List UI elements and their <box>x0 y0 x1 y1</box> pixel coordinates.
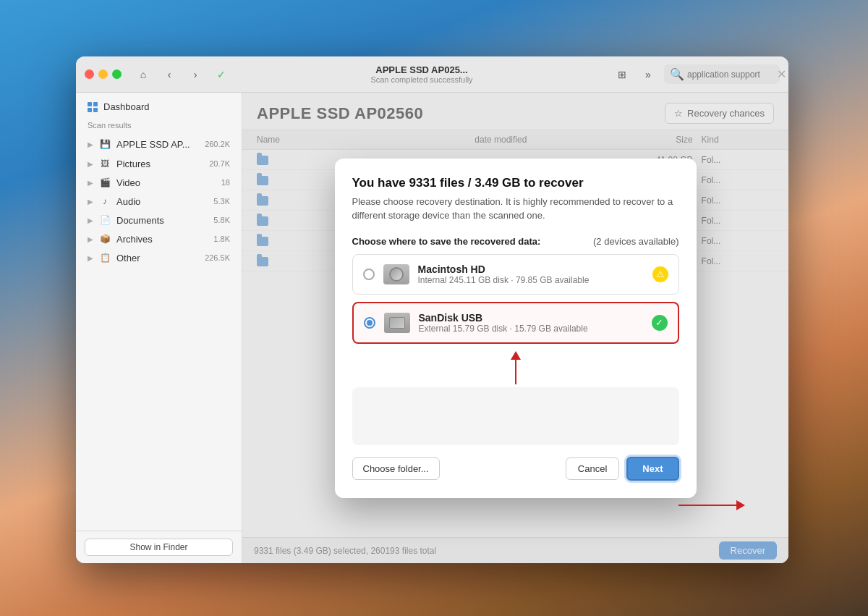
sidebar-item-audio[interactable]: ▶ ♪ Audio 5.3K <box>76 192 242 211</box>
sidebar-item-count-pictures: 20.7K <box>209 159 230 168</box>
sandisk-usb-info: SanDisk USB External 15.79 GB disk · 15.… <box>419 312 643 334</box>
window-subtitle: Scan completed successfully <box>370 75 472 84</box>
close-button[interactable] <box>85 69 94 79</box>
search-bar[interactable]: 🔍 ✕ <box>664 64 780 84</box>
macintosh-hd-icon <box>383 264 409 284</box>
archives-icon: 📦 <box>99 233 111 245</box>
sidebar-item-pictures[interactable]: ▶ 🖼 Pictures 20.7K <box>76 154 242 173</box>
arrow-right-head <box>736 500 745 510</box>
search-icon: 🔍 <box>670 67 684 81</box>
sidebar-item-count-audio: 5.3K <box>213 197 230 206</box>
window-title: APPLE SSD AP025... <box>375 64 467 75</box>
dashboard-label: Dashboard <box>103 101 150 112</box>
cancel-button[interactable]: Cancel <box>566 457 619 480</box>
devices-count: (2 devices available) <box>593 236 679 247</box>
sidebar: Dashboard Scan results ▶ 💾 APPLE SSD AP.… <box>76 93 242 563</box>
sidebar-item-label-pictures: Pictures <box>116 159 203 169</box>
home-button[interactable]: ⌂ <box>133 64 153 85</box>
chevron-icon: ▶ <box>88 235 93 243</box>
sandisk-usb-desc: External 15.79 GB disk · 15.79 GB availa… <box>419 324 643 334</box>
macintosh-hd-status-warning: ⚠ <box>652 266 668 282</box>
arrow-up-icon <box>511 351 521 360</box>
pictures-icon: 🖼 <box>99 158 111 169</box>
sidebar-item-count-archives: 1.8K <box>213 235 230 243</box>
sidebar-item-apple-ssd[interactable]: ▶ 💾 APPLE SSD AP... 260.2K <box>76 134 242 154</box>
macintosh-hd-info: Macintosh HD Internal 245.11 GB disk · 7… <box>418 263 644 285</box>
chevron-icon: ▶ <box>88 198 93 206</box>
device-option-macintosh-hd[interactable]: Macintosh HD Internal 245.11 GB disk · 7… <box>352 254 679 295</box>
devices-label: Choose where to save the recovered data:… <box>352 236 679 247</box>
next-button[interactable]: Next <box>626 457 678 481</box>
traffic-lights <box>85 69 122 79</box>
chevron-icon: ▶ <box>88 216 93 224</box>
documents-icon: 📄 <box>99 214 111 226</box>
folder-area <box>352 387 679 445</box>
sidebar-item-archives[interactable]: ▶ 📦 Archives 1.8K <box>76 229 242 248</box>
sidebar-item-count-apple-ssd: 260.2K <box>205 140 230 148</box>
sidebar-item-label-archives: Archives <box>116 234 208 245</box>
sidebar-item-documents[interactable]: ▶ 📄 Documents 5.8K <box>76 211 242 229</box>
chevron-icon: ▶ <box>88 140 93 148</box>
window-title-area: APPLE SSD AP025... Scan completed succes… <box>237 64 606 84</box>
sandisk-usb-status-ok: ✓ <box>652 315 668 331</box>
check-button[interactable]: ✓ <box>211 64 231 85</box>
choose-folder-button[interactable]: Choose folder... <box>352 457 440 480</box>
sidebar-header: Dashboard <box>76 93 242 118</box>
sidebar-item-label-video: Video <box>116 177 216 188</box>
scan-results-label: Scan results <box>76 118 242 134</box>
chevron-icon: ▶ <box>88 160 93 168</box>
audio-icon: ♪ <box>99 195 111 207</box>
maximize-button[interactable] <box>112 69 122 79</box>
modal-footer: Choose folder... Cancel Next <box>352 457 679 481</box>
clear-search-icon[interactable]: ✕ <box>777 67 786 81</box>
radio-sandisk-usb[interactable] <box>364 317 375 329</box>
layout-button[interactable]: ⊞ <box>612 64 632 85</box>
dashboard-icon <box>88 102 98 112</box>
hdd-icon: 💾 <box>99 138 111 150</box>
device-option-sandisk-usb[interactable]: SanDisk USB External 15.79 GB disk · 15.… <box>352 302 679 344</box>
modal-dialog: You have 9331 files / 3.49 GB to recover… <box>335 159 697 498</box>
minimize-button[interactable] <box>98 69 108 79</box>
sidebar-item-label-documents: Documents <box>116 215 208 226</box>
chevron-icon: ▶ <box>88 179 93 187</box>
modal-actions: Cancel Next <box>566 457 679 481</box>
macintosh-hd-desc: Internal 245.11 GB disk · 79.85 GB avail… <box>418 275 644 285</box>
show-in-finder-button[interactable]: Show in Finder <box>85 539 233 556</box>
arrow-right-line <box>678 505 736 506</box>
sandisk-usb-icon <box>384 313 410 333</box>
sidebar-item-count-other: 226.5K <box>205 253 230 262</box>
sidebar-item-count-documents: 5.8K <box>213 216 230 224</box>
main-content: APPLE SSD AP02560 ☆ Recovery chances Nam… <box>242 93 788 563</box>
sidebar-item-count-video: 18 <box>221 178 230 187</box>
macintosh-hd-name: Macintosh HD <box>418 263 644 275</box>
modal-title: You have 9331 files / 3.49 GB to recover <box>352 176 679 190</box>
search-input[interactable] <box>687 69 774 80</box>
chevron-right-button[interactable]: » <box>638 64 658 85</box>
sidebar-item-label-apple-ssd: APPLE SSD AP... <box>116 139 199 150</box>
radio-macintosh-hd[interactable] <box>363 269 375 280</box>
app-body: Dashboard Scan results ▶ 💾 APPLE SSD AP.… <box>76 93 788 563</box>
forward-button[interactable]: › <box>185 64 205 85</box>
sandisk-usb-name: SanDisk USB <box>419 312 643 324</box>
modal-overlay: You have 9331 files / 3.49 GB to recover… <box>242 93 788 563</box>
back-button[interactable]: ‹ <box>159 64 179 85</box>
modal-subtitle: Please choose recovery destination. It i… <box>352 195 679 223</box>
sidebar-item-label-other: Other <box>116 253 199 263</box>
title-bar: ⌂ ‹ › ✓ APPLE SSD AP025... Scan complete… <box>76 56 788 93</box>
other-icon: 📋 <box>99 252 111 263</box>
next-button-annotation <box>678 500 745 510</box>
sidebar-item-video[interactable]: ▶ 🎬 Video 18 <box>76 173 242 192</box>
arrow-up-line <box>515 360 516 384</box>
chevron-icon: ▶ <box>88 254 93 262</box>
sidebar-item-other[interactable]: ▶ 📋 Other 226.5K <box>76 248 242 267</box>
video-icon: 🎬 <box>99 177 111 188</box>
app-window: ⌂ ‹ › ✓ APPLE SSD AP025... Scan complete… <box>76 56 788 563</box>
sidebar-item-label-audio: Audio <box>116 196 208 207</box>
